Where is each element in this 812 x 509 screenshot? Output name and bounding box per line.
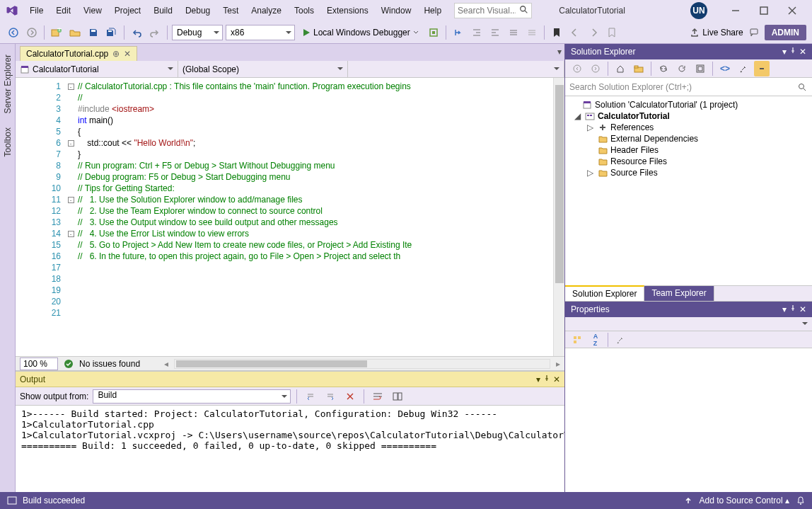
document-tab[interactable]: CalculatorTutorial.cpp ⊕ ✕: [20, 46, 137, 61]
code-area[interactable]: // CalculatorTutorial.cpp : This file co…: [75, 78, 553, 356]
refresh-icon[interactable]: [674, 61, 690, 76]
close-icon[interactable]: ✕: [799, 47, 806, 57]
menu-build[interactable]: Build: [148, 3, 178, 18]
side-tab-toolbox[interactable]: Toolbox: [1, 122, 15, 161]
alphabetical-icon[interactable]: AZ: [588, 332, 603, 348]
properties-object-dropdown[interactable]: [565, 317, 812, 331]
dropdown-icon[interactable]: ▾: [782, 47, 787, 57]
expand-arrow-icon[interactable]: ▷: [585, 122, 595, 132]
scroll-right-icon[interactable]: ▸: [556, 359, 560, 369]
undo-icon[interactable]: [129, 25, 144, 40]
show-all-icon[interactable]: <>: [717, 61, 733, 76]
scroll-left-icon[interactable]: ◂: [164, 359, 168, 369]
zoom-input[interactable]: [20, 358, 58, 370]
close-icon[interactable]: ✕: [553, 374, 560, 384]
word-wrap-icon[interactable]: [370, 389, 385, 404]
prev-message-icon[interactable]: [303, 389, 318, 404]
new-project-icon[interactable]: +: [49, 25, 64, 40]
clear-icon[interactable]: [342, 389, 358, 404]
collapse-icon[interactable]: [692, 61, 708, 76]
expand-arrow-icon[interactable]: ▷: [585, 168, 595, 178]
maximize-button[interactable]: [750, 1, 778, 21]
tree-node[interactable]: ▷ References: [569, 122, 808, 133]
comment-icon[interactable]: [506, 25, 521, 40]
add-source-control[interactable]: Add to Source Control ▴: [700, 496, 789, 505]
prev-bookmark-icon[interactable]: [567, 25, 583, 40]
tab-solution-explorer[interactable]: Solution Explorer: [565, 285, 644, 301]
menu-analyze[interactable]: Analyze: [245, 3, 287, 18]
nav-back-icon[interactable]: [6, 25, 21, 40]
platform-dropdown[interactable]: x86: [226, 25, 295, 40]
horizontal-scrollbar[interactable]: [174, 359, 550, 369]
project-node[interactable]: ◢ CalculatorTutorial: [569, 110, 808, 122]
save-all-icon[interactable]: [104, 25, 120, 40]
menu-debug[interactable]: Debug: [180, 3, 216, 18]
notifications-icon[interactable]: [796, 496, 805, 505]
next-bookmark-icon[interactable]: [586, 25, 601, 40]
menu-view[interactable]: View: [78, 3, 108, 18]
member-dropdown[interactable]: [348, 61, 564, 77]
step-icon[interactable]: [451, 25, 466, 40]
menu-edit[interactable]: Edit: [50, 3, 76, 18]
wrench-icon[interactable]: [613, 332, 628, 348]
pin-icon[interactable]: [543, 374, 550, 384]
configuration-dropdown[interactable]: Debug: [172, 25, 223, 40]
process-icon[interactable]: [426, 25, 441, 40]
close-icon[interactable]: ✕: [799, 304, 806, 314]
tab-team-explorer[interactable]: Team Explorer: [644, 286, 714, 301]
project-scope-dropdown[interactable]: CalculatorTutorial: [16, 61, 178, 77]
tab-overflow-icon[interactable]: ▾: [557, 47, 562, 57]
pin-icon[interactable]: [789, 47, 796, 57]
solution-search-input[interactable]: Search Solution Explorer (Ctrl+;): [565, 78, 812, 96]
home-icon[interactable]: [613, 61, 628, 76]
categorized-icon[interactable]: [569, 332, 585, 348]
feedback-icon[interactable]: [746, 25, 762, 40]
minimize-button[interactable]: [721, 1, 750, 21]
indent-icon[interactable]: [487, 25, 503, 40]
menu-window[interactable]: Window: [376, 3, 417, 18]
open-file-icon[interactable]: [67, 25, 83, 40]
nav-fwd-icon[interactable]: [24, 25, 40, 40]
solution-node[interactable]: Solution 'CalculatorTutorial' (1 project…: [569, 99, 808, 110]
user-avatar[interactable]: UN: [690, 2, 707, 19]
redo-icon[interactable]: [147, 25, 163, 40]
vertical-scrollbar[interactable]: [553, 78, 564, 356]
close-button[interactable]: [778, 1, 806, 21]
clear-bookmark-icon[interactable]: [604, 25, 620, 40]
tree-node[interactable]: ▷ Source Files: [569, 167, 808, 178]
menu-extensions[interactable]: Extensions: [321, 3, 374, 18]
menu-test[interactable]: Test: [217, 3, 244, 18]
side-tab-server-explorer[interactable]: Server Explorer: [1, 50, 15, 118]
tree-node[interactable]: Resource Files: [569, 156, 808, 167]
next-message-icon[interactable]: [323, 389, 338, 404]
menu-project[interactable]: Project: [109, 3, 146, 18]
menu-tools[interactable]: Tools: [289, 3, 320, 18]
start-debug-button[interactable]: Local Windows Debugger: [298, 25, 423, 40]
dropdown-icon[interactable]: ▾: [782, 304, 787, 314]
fold-column[interactable]: ----: [66, 78, 75, 356]
function-scope-dropdown[interactable]: (Global Scope): [178, 61, 348, 77]
menu-file[interactable]: File: [24, 3, 49, 18]
scope-icon[interactable]: [631, 61, 646, 76]
code-editor[interactable]: 123456789101112131415161718192021 ---- /…: [16, 78, 564, 356]
fwd-icon[interactable]: [588, 61, 603, 76]
properties-grid[interactable]: [565, 348, 812, 492]
properties-header[interactable]: Properties ▾ ✕: [565, 302, 812, 317]
save-icon[interactable]: [86, 25, 101, 40]
pin-icon[interactable]: [789, 304, 796, 314]
output-source-dropdown[interactable]: Build: [93, 389, 291, 404]
pin-icon[interactable]: ⊕: [112, 49, 120, 59]
sync-icon[interactable]: [656, 61, 671, 76]
output-text[interactable]: 1>------ Build started: Project: Calcula…: [16, 406, 564, 492]
tree-node[interactable]: External Dependencies: [569, 133, 808, 144]
menu-help[interactable]: Help: [418, 3, 447, 18]
solution-explorer-header[interactable]: Solution Explorer ▾ ✕: [565, 44, 812, 59]
output-header[interactable]: Output ▾ ✕: [16, 372, 564, 387]
goto-icon[interactable]: [390, 389, 405, 404]
preview-icon[interactable]: [754, 61, 770, 76]
solution-tree[interactable]: Solution 'CalculatorTutorial' (1 project…: [565, 96, 812, 285]
live-share-button[interactable]: Live Share: [690, 28, 743, 38]
outdent-icon[interactable]: [469, 25, 485, 40]
properties-icon[interactable]: [736, 61, 751, 76]
uncomment-icon[interactable]: [524, 25, 540, 40]
